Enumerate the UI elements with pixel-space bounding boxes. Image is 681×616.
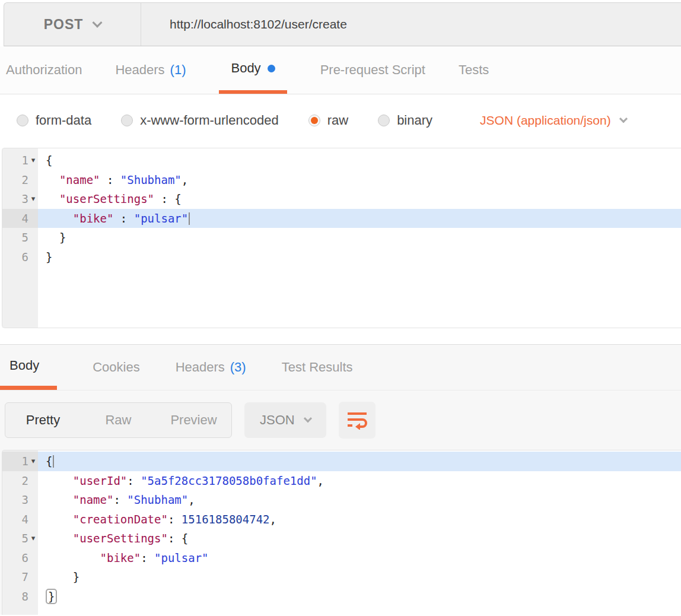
chevron-down-icon — [304, 414, 312, 423]
radio-icon — [121, 115, 133, 126]
content-type-selector[interactable]: JSON (application/json) — [480, 113, 626, 128]
unsaved-dot-icon — [268, 65, 275, 72]
radio-selected-icon — [308, 115, 320, 126]
radio-icon — [17, 115, 28, 126]
line-number: 5▾ — [2, 529, 38, 548]
response-format-select[interactable]: JSON — [244, 402, 326, 438]
tab-test-results[interactable]: Test Results — [282, 345, 353, 390]
response-editor[interactable]: 1▾{2 "userId": "5a5f28cc3178058b0fafe1dd… — [2, 450, 681, 615]
code-line[interactable]: 3 "name": "Shubham", — [2, 490, 681, 510]
line-number: 5 — [2, 228, 38, 247]
headers-count-badge: (1) — [170, 62, 186, 78]
fold-toggle-icon[interactable]: ▾ — [28, 529, 38, 548]
line-number: 2 — [2, 471, 38, 491]
code-line[interactable]: 4 "creationDate": 1516185804742, — [2, 510, 681, 529]
word-wrap-icon — [346, 411, 368, 430]
method-selector[interactable]: POST — [4, 3, 141, 46]
code-line[interactable]: 1▾{ — [2, 151, 681, 170]
tab-authorization[interactable]: Authorization — [6, 46, 82, 94]
radio-raw[interactable]: raw — [308, 113, 348, 128]
code-line[interactable]: 3▾ "userSettings" : { — [2, 189, 681, 209]
response-tabs: Body Cookies Headers (3) Test Results — [0, 345, 681, 390]
line-number: 4 — [2, 510, 38, 529]
line-number: 1▾ — [2, 452, 38, 471]
radio-x-www-form-urlencoded[interactable]: x-www-form-urlencoded — [121, 113, 279, 128]
code-line[interactable]: 6 "bike": "pulsar" — [2, 548, 681, 568]
request-editor[interactable]: 1▾{2 "name" : "Shubham",3▾ "userSettings… — [2, 148, 681, 328]
response-headers-count-badge: (3) — [230, 360, 246, 375]
fold-toggle-icon[interactable]: ▾ — [28, 151, 38, 170]
response-toolbar: Pretty Raw Preview JSON — [0, 390, 681, 450]
radio-binary[interactable]: binary — [378, 113, 432, 128]
line-number: 6 — [2, 247, 38, 267]
wrap-text-button[interactable] — [339, 402, 375, 439]
view-mode-group: Pretty Raw Preview — [5, 402, 232, 438]
tab-response-body[interactable]: Body — [0, 345, 57, 390]
url-input[interactable]: http://localhost:8102/user/create — [141, 3, 681, 46]
tab-body[interactable]: Body — [219, 46, 287, 94]
code-line[interactable]: 5▾ "userSettings": { — [2, 529, 681, 548]
method-label: POST — [44, 17, 84, 33]
line-number: 3 — [2, 490, 38, 510]
code-line[interactable]: 7 } — [2, 567, 681, 587]
line-number: 1▾ — [2, 151, 38, 170]
code-line[interactable]: 1▾{ — [2, 452, 681, 471]
radio-icon — [378, 115, 390, 126]
code-line[interactable]: 5 } — [2, 228, 681, 247]
request-url-bar: POST http://localhost:8102/user/create — [4, 2, 681, 46]
tab-pre-request-script[interactable]: Pre-request Script — [320, 46, 425, 94]
fold-toggle-icon[interactable]: ▾ — [28, 452, 38, 471]
code-line[interactable]: 8} — [2, 587, 681, 607]
radio-form-data[interactable]: form-data — [17, 113, 91, 128]
chevron-down-icon — [93, 18, 103, 28]
tab-headers[interactable]: Headers (1) — [115, 46, 186, 94]
body-type-row: form-data x-www-form-urlencoded raw bina… — [0, 94, 681, 147]
text-cursor — [53, 455, 54, 468]
code-line[interactable]: 2 "name" : "Shubham", — [2, 170, 681, 190]
view-raw-button[interactable]: Raw — [81, 403, 156, 437]
line-number: 7 — [2, 567, 38, 587]
line-number: 4 — [2, 209, 38, 228]
code-line[interactable]: 4 "bike" : "pulsar" — [2, 209, 681, 228]
line-number: 2 — [2, 170, 38, 190]
tab-tests[interactable]: Tests — [459, 46, 489, 94]
line-number: 8 — [2, 587, 38, 607]
url-text: http://localhost:8102/user/create — [170, 17, 347, 31]
line-number: 6 — [2, 548, 38, 568]
tab-cookies[interactable]: Cookies — [93, 345, 139, 390]
tab-response-headers[interactable]: Headers (3) — [176, 345, 246, 390]
view-pretty-button[interactable]: Pretty — [5, 403, 81, 437]
fold-toggle-icon[interactable]: ▾ — [28, 189, 38, 209]
view-preview-button[interactable]: Preview — [156, 403, 231, 437]
code-line[interactable]: 2 "userId": "5a5f28cc3178058b0fafe1dd", — [2, 471, 681, 491]
line-number: 3▾ — [2, 189, 38, 209]
chevron-down-icon — [619, 115, 628, 123]
code-line[interactable]: 6} — [2, 247, 681, 267]
response-section: Body Cookies Headers (3) Test Results Pr… — [0, 344, 681, 615]
text-cursor — [189, 212, 190, 225]
request-tabs: Authorization Headers (1) Body Pre-reque… — [0, 46, 681, 94]
